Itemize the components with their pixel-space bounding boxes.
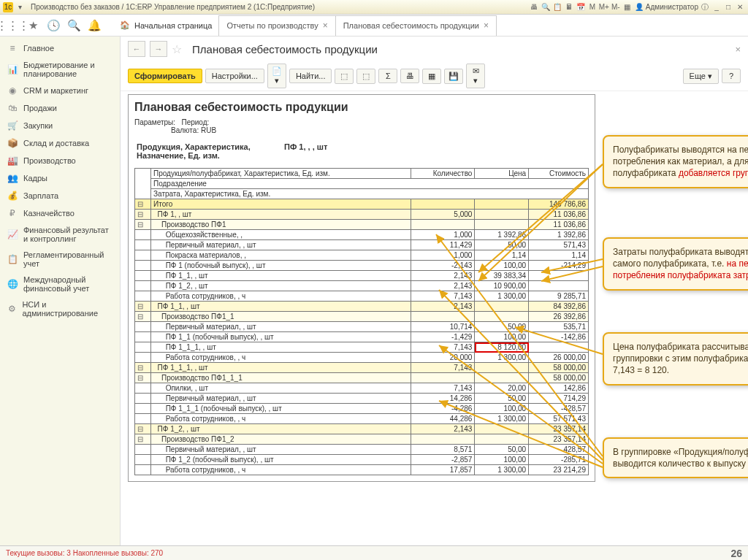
close-icon[interactable]: × xyxy=(484,20,489,31)
preview-icon[interactable]: 🔍 xyxy=(541,2,551,12)
sum-button[interactable]: Σ xyxy=(378,69,397,83)
export-button[interactable]: 📄▾ xyxy=(267,64,286,88)
sidebar-item[interactable]: ₽Казначейство xyxy=(0,204,120,222)
page-number: 26 xyxy=(730,548,742,559)
table-row[interactable]: ПФ 1 (побочный выпуск), , шт-2,143100,00… xyxy=(135,261,589,271)
m-minus-icon[interactable]: M- xyxy=(611,2,621,12)
grid-icon[interactable]: ▦ xyxy=(622,2,633,12)
table-row[interactable]: ПФ 1_1 (побочный выпуск), , шт-1,429100,… xyxy=(135,332,589,342)
sidebar-icon: 👥 xyxy=(7,173,18,183)
dropdown-icon[interactable]: ▾ xyxy=(15,2,25,12)
print-icon[interactable]: 🖶 xyxy=(529,2,539,12)
table-row[interactable]: Покраска материалов, ,1,0001,141,14 xyxy=(135,250,589,261)
close-icon[interactable]: ✕ xyxy=(735,2,745,12)
sidebar-item[interactable]: 👥Кадры xyxy=(0,169,120,187)
sidebar-item[interactable]: 📊Бюджетирование и планирование xyxy=(0,57,120,82)
table-row[interactable]: Работа сотрудников, , ч7,1431 300,009 28… xyxy=(135,291,589,302)
sidebar-item[interactable]: 📦Склад и доставка xyxy=(0,134,120,152)
table-row[interactable]: Первичный материал, , шт10,71450,00535,7… xyxy=(135,322,589,332)
sidebar-item[interactable]: ◉CRM и маркетинг xyxy=(0,82,120,99)
table-row[interactable]: ⊟ ПФ 1_1_1, , шт7,14358 000,00 xyxy=(135,363,589,373)
table-button[interactable]: ▦ xyxy=(422,69,441,84)
table-row[interactable]: ⊟ Производство ПФ111 036,86 xyxy=(135,220,589,230)
tab-home[interactable]: 🏠 Начальная страница xyxy=(112,15,219,36)
maximize-icon[interactable]: □ xyxy=(723,2,733,12)
sidebar-item[interactable]: 📈Финансовый результат и контроллинг xyxy=(0,222,120,247)
bell-icon[interactable]: 🔔 xyxy=(85,16,104,35)
sidebar-item[interactable]: 🌐Международный финансовый учет xyxy=(0,272,120,296)
sidebar-icon: 🛍 xyxy=(7,103,18,113)
table-row[interactable]: Работа сотрудников, , ч20,0001 300,0026 … xyxy=(135,353,589,363)
table-row[interactable]: ПФ 1_2, , шт2,14310 900,00 xyxy=(135,281,589,291)
sidebar-item[interactable]: 📋Регламентированный учет xyxy=(0,247,120,272)
table-row[interactable]: ПФ 1_2 (побочный выпуск), , шт-2,857100,… xyxy=(135,455,589,465)
tab-reports[interactable]: Отчеты по производству × xyxy=(218,15,335,36)
table-row[interactable]: ⊟ ПФ 1_1, , шт2,14384 392,86 xyxy=(135,302,589,312)
calc-icon[interactable]: 🖩 xyxy=(564,2,574,12)
info-icon[interactable]: ⓘ xyxy=(700,2,710,12)
back-button[interactable]: ← xyxy=(128,41,145,57)
sidebar-item-label: НСИ и администрирование xyxy=(22,300,112,318)
search-icon[interactable]: 🔍 xyxy=(64,16,83,35)
table-row[interactable]: Опилки, , шт7,14320,00142,86 xyxy=(135,383,589,394)
sidebar-item[interactable]: ⚙НСИ и администрирование xyxy=(0,296,120,321)
calendar-icon[interactable]: 📅 xyxy=(576,2,586,12)
print-button[interactable]: 🖶 xyxy=(400,69,419,83)
table-row[interactable]: ⊟ ПФ 1, , шт5,00011 036,86 xyxy=(135,210,589,220)
collapse-button[interactable]: ⬚ xyxy=(356,69,375,84)
table-row[interactable]: ⊟ Производство ПФ1_1_158 000,00 xyxy=(135,373,589,383)
table-row[interactable]: Работа сотрудников, , ч44,2861 300,0057 … xyxy=(135,414,589,424)
table-row[interactable]: Первичный материал, , шт11,42950,00571,4… xyxy=(135,240,589,250)
sidebar-item[interactable]: 💰Зарплата xyxy=(0,187,120,204)
m-icon[interactable]: M xyxy=(587,2,598,12)
status-calls: Текущие вызовы: 3 Накопленные вызовы: 27… xyxy=(6,549,163,557)
sidebar-item-label: Международный финансовый учет xyxy=(23,275,112,293)
save-button[interactable]: 💾 xyxy=(444,69,463,84)
find-button[interactable]: Найти... xyxy=(289,69,332,83)
tab-cost[interactable]: Плановая себестоимость продукции × xyxy=(335,15,497,36)
history-icon[interactable]: 🕓 xyxy=(44,16,63,35)
sidebar-item[interactable]: 🛒Закупки xyxy=(0,117,120,134)
table-row[interactable]: ⊟ ПФ 1_2, , шт2,14323 357,14 xyxy=(135,424,589,434)
callout-2: Затраты полуфабриката выводятся в группи… xyxy=(603,237,748,291)
table-row[interactable]: ⊟Итого146 786,86 xyxy=(135,199,589,210)
m-plus-icon[interactable]: M+ xyxy=(599,2,609,12)
sidebar-icon: ₽ xyxy=(7,208,18,218)
params-label: Параметры: xyxy=(134,118,175,126)
sidebar-item-label: Продажи xyxy=(23,104,57,112)
table-row[interactable]: ⊟ Производство ПФ1_126 392,86 xyxy=(135,312,589,322)
more-button[interactable]: Еще ▾ xyxy=(683,69,719,84)
forward-button[interactable]: → xyxy=(150,41,167,57)
favorite-icon[interactable]: ☆ xyxy=(172,42,182,56)
table-row[interactable]: Общехозяйственные, ,1,0001 392,861 392,8… xyxy=(135,230,589,240)
table-row[interactable]: ПФ 1_1_1 (побочный выпуск), , шт-4,28610… xyxy=(135,404,589,414)
close-icon[interactable]: × xyxy=(735,44,741,55)
table-row[interactable]: Первичный материал, , шт8,57150,00428,57 xyxy=(135,445,589,455)
expand-button[interactable]: ⬚ xyxy=(335,69,354,84)
sidebar-item[interactable]: 🏭Производство xyxy=(0,152,120,169)
minimize-icon[interactable]: _ xyxy=(711,2,722,12)
table-row[interactable]: ПФ 1_1_1, , шт7,1438 120,00 xyxy=(135,342,589,353)
clipboard-icon[interactable]: 📋 xyxy=(552,2,562,12)
callout-3: Цена полуфабриката рассчитывается из стр… xyxy=(603,332,748,386)
toolbar: Сформировать Настройки... 📄▾ Найти... ⬚ … xyxy=(121,61,748,91)
table-row[interactable]: ⊟ Производство ПФ1_223 357,14 xyxy=(135,434,589,445)
form-button[interactable]: Сформировать xyxy=(128,69,202,83)
settings-button[interactable]: Настройки... xyxy=(205,69,264,83)
sidebar-item-label: Регламентированный учет xyxy=(23,250,112,268)
user-icon[interactable]: 👤 xyxy=(634,2,644,12)
report-title: Плановая себестоимость продукции xyxy=(134,101,589,114)
table-row[interactable]: Первичный материал, , шт14,28650,00714,2… xyxy=(135,394,589,404)
sidebar-item[interactable]: ≡Главное xyxy=(0,39,120,57)
topbar: ⋮⋮⋮ ★ 🕓 🔍 🔔 🏠 Начальная страница Отчеты … xyxy=(0,15,748,37)
mail-button[interactable]: ✉▾ xyxy=(466,64,485,88)
apps-icon[interactable]: ⋮⋮⋮ xyxy=(3,16,22,35)
sidebar-item[interactable]: 🛍Продажи xyxy=(0,99,120,117)
help-button[interactable]: ? xyxy=(722,69,741,83)
star-icon[interactable]: ★ xyxy=(23,16,42,35)
tab-reports-label: Отчеты по производству xyxy=(226,21,318,30)
product-header-left: Продукция, Характеристика, Назначение, Е… xyxy=(136,142,282,161)
close-icon[interactable]: × xyxy=(323,20,328,31)
table-row[interactable]: Работа сотрудников, , ч17,8571 300,0023 … xyxy=(135,465,589,475)
table-row[interactable]: ПФ 1_1, , шт2,14339 383,34 xyxy=(135,271,589,281)
